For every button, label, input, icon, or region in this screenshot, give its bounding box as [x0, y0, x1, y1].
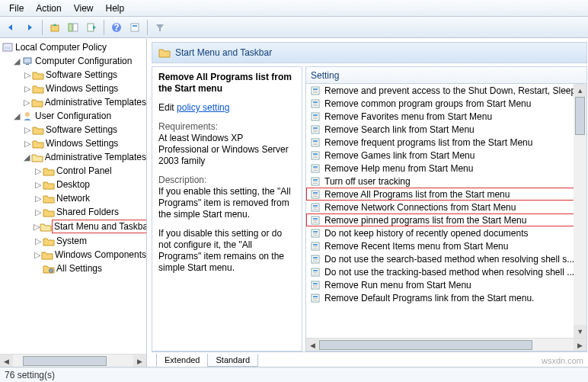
tree-horizontal-scrollbar[interactable]: ◀ ▶ [0, 354, 146, 367]
tree-computer-config[interactable]: ◢ Computer Configuration [2, 54, 146, 68]
tree-folder[interactable]: ▷Software Settings [2, 123, 146, 136]
tree-folder[interactable]: ▷Administrative Templates [2, 95, 146, 109]
setting-row[interactable]: Do not keep history of recently opened d… [306, 226, 586, 239]
expand-icon[interactable]: ▷ [34, 192, 43, 204]
collapse-icon[interactable]: ◢ [12, 55, 21, 67]
list-horizontal-scrollbar[interactable]: ◀ ▶ [306, 338, 586, 351]
tree-label: Computer Configuration [34, 55, 132, 67]
setting-row[interactable]: Do not use the search-based method when … [306, 252, 586, 265]
menu-help[interactable]: Help [100, 2, 131, 15]
tree-folder[interactable]: ▷Software Settings [2, 68, 146, 82]
svg-rect-60 [313, 233, 318, 234]
help-button[interactable]: ? [108, 19, 125, 36]
setting-row[interactable]: Remove common program groups from Start … [306, 97, 586, 110]
scroll-thumb[interactable] [575, 97, 585, 135]
setting-label: Remove All Programs list from the Start … [324, 189, 510, 200]
menu-view[interactable]: View [68, 2, 100, 15]
action-icon[interactable] [126, 19, 143, 36]
svg-rect-16 [313, 91, 318, 91]
tree-label: Administrative Templates [43, 151, 146, 163]
setting-label: Remove and prevent access to the Shut Do… [324, 85, 583, 96]
setting-icon [309, 163, 321, 174]
setting-label: Remove Network Connections from Start Me… [324, 202, 516, 213]
svg-rect-68 [313, 259, 318, 260]
collapse-icon[interactable]: ◢ [12, 110, 21, 122]
setting-row[interactable]: Remove and prevent access to the Shut Do… [306, 84, 586, 97]
expand-icon[interactable]: ▷ [34, 178, 43, 191]
tree-folder[interactable]: ▷Windows Settings [2, 82, 146, 95]
tree-folder[interactable]: ▷Desktop [2, 178, 146, 191]
tree-folder[interactable]: ▷Control Panel [2, 164, 146, 178]
policy-tree[interactable]: Local Computer Policy ◢ Computer Configu… [0, 39, 146, 354]
forward-button[interactable] [21, 19, 38, 36]
tree-folder[interactable]: ▷Shared Folders [2, 205, 146, 219]
tree-folder[interactable]: ▷Start Menu and Taskbar [2, 219, 146, 234]
setting-row[interactable]: Remove Run menu from Start Menu [306, 278, 586, 291]
menu-action[interactable]: Action [30, 2, 67, 15]
tab-standard[interactable]: Standard [207, 354, 258, 367]
back-button[interactable] [3, 19, 20, 36]
tree-folder[interactable]: All Settings [2, 262, 146, 275]
tree-folder[interactable]: ▷System [2, 234, 146, 248]
scroll-left-arrow[interactable]: ◀ [0, 355, 13, 367]
scroll-left-arrow[interactable]: ◀ [306, 339, 319, 351]
setting-row[interactable]: Remove Help menu from Start Menu [306, 162, 586, 175]
setting-row[interactable]: Remove All Programs list from the Start … [306, 188, 586, 201]
setting-row[interactable]: Remove Favorites menu from Start Menu [306, 110, 586, 123]
setting-row[interactable]: Remove Games link from Start Menu [306, 149, 586, 162]
column-header-setting[interactable]: Setting [306, 67, 586, 84]
up-button[interactable] [46, 19, 63, 36]
svg-rect-0 [51, 25, 59, 31]
folder-icon [43, 165, 55, 176]
tree-folder[interactable]: ▷Windows Settings [2, 136, 146, 150]
menu-file[interactable]: File [3, 2, 30, 15]
folder-icon [32, 138, 44, 149]
expand-icon[interactable]: ▷ [34, 165, 43, 177]
scroll-down-arrow[interactable]: ▼ [574, 325, 586, 338]
expand-icon[interactable]: ▷ [23, 69, 32, 81]
tree-root[interactable]: Local Computer Policy [2, 40, 146, 54]
view-tabs: Extended Standard [152, 352, 587, 367]
filter-button[interactable] [152, 19, 168, 36]
tab-extended[interactable]: Extended [156, 354, 208, 367]
svg-rect-28 [313, 130, 318, 130]
expand-icon[interactable]: ▷ [34, 235, 43, 247]
tree-label: Windows Settings [44, 137, 118, 149]
setting-row[interactable]: Remove Search link from Start Menu [306, 123, 586, 136]
scroll-thumb[interactable] [23, 356, 107, 366]
collapse-icon[interactable]: ◢ [23, 151, 31, 163]
scroll-up-arrow[interactable]: ▲ [574, 84, 586, 97]
setting-row[interactable]: Turn off user tracking [306, 175, 586, 188]
setting-row[interactable]: Remove Recent Items menu from Start Menu [306, 239, 586, 252]
show-hide-tree-button[interactable] [65, 19, 81, 36]
settings-rows[interactable]: Remove and prevent access to the Shut Do… [306, 84, 586, 338]
scroll-right-arrow[interactable]: ▶ [574, 339, 586, 351]
tree-folder[interactable]: ▷Network [2, 191, 146, 205]
setting-row[interactable]: Remove frequent programs list from the S… [306, 136, 586, 149]
scroll-thumb[interactable] [319, 340, 532, 350]
setting-row[interactable]: Remove pinned programs list from the Sta… [306, 213, 586, 226]
tree-label: Administrative Templates [43, 96, 146, 108]
tree-user-config[interactable]: ◢ User Configuration [2, 109, 146, 123]
tree-folder[interactable]: ◢Administrative Templates [2, 150, 146, 164]
expand-icon[interactable]: ▷ [34, 249, 41, 261]
menubar: File Action View Help [0, 0, 588, 17]
tree-label: All Settings [55, 262, 102, 274]
expand-icon[interactable]: ▷ [23, 96, 31, 108]
expand-icon[interactable]: ▷ [23, 124, 32, 136]
expand-icon[interactable]: ▷ [34, 220, 40, 233]
setting-row[interactable]: Remove Network Connections from Start Me… [306, 201, 586, 213]
setting-row[interactable]: Remove Default Programs link from the St… [306, 291, 586, 304]
watermark: wsxdn.com [542, 356, 583, 365]
expand-icon[interactable]: ▷ [34, 206, 43, 218]
scroll-right-arrow[interactable]: ▶ [133, 355, 146, 367]
export-button[interactable] [83, 19, 100, 36]
svg-rect-64 [313, 246, 318, 247]
expand-icon[interactable]: ▷ [23, 82, 32, 95]
edit-policy-link[interactable]: policy setting [177, 102, 229, 113]
tree-label: Shared Folders [55, 206, 119, 218]
tree-folder[interactable]: ▷Windows Components [2, 248, 146, 262]
list-vertical-scrollbar[interactable]: ▲ ▼ [574, 84, 586, 338]
setting-row[interactable]: Do not use the tracking-based method whe… [306, 265, 586, 278]
expand-icon[interactable]: ▷ [23, 137, 32, 149]
